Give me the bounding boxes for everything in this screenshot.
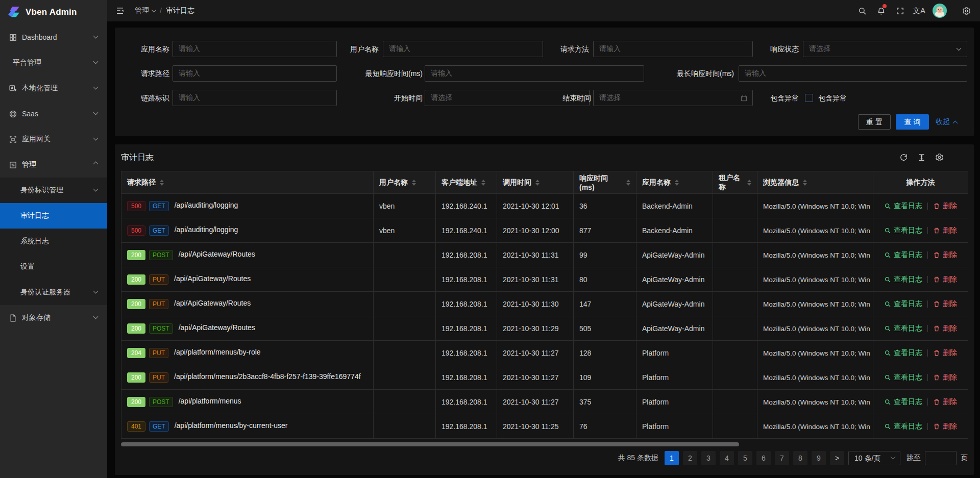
page-button-3[interactable]: 3 — [701, 451, 716, 465]
view-log-link[interactable]: 查看日志 — [884, 202, 922, 211]
sort-icon[interactable] — [535, 180, 540, 186]
column-header[interactable]: 租户名称 — [713, 171, 757, 194]
breadcrumb-section[interactable]: 管理 — [135, 6, 156, 15]
request-path-input[interactable]: 请输入 — [173, 65, 337, 82]
min-response-time-input[interactable]: 请输入 — [425, 65, 644, 82]
sidebar-item-saas[interactable]: Saas — [0, 101, 107, 127]
http-status-select[interactable]: 请选择 — [803, 41, 967, 57]
search-icon[interactable] — [853, 0, 872, 21]
notification-bell-icon[interactable] — [872, 0, 891, 21]
column-header[interactable]: 响应时间(ms) — [574, 171, 636, 194]
fullscreen-icon[interactable] — [891, 0, 910, 21]
delete-link[interactable]: 删除 — [933, 202, 957, 211]
sort-icon[interactable] — [626, 180, 630, 186]
chevron-down-icon — [93, 110, 99, 115]
sort-icon[interactable] — [160, 180, 164, 186]
sort-icon[interactable] — [412, 180, 416, 186]
delete-link[interactable]: 删除 — [933, 324, 957, 333]
table-header-row: 请求路径用户名称客户端地址调用时间响应时间(ms)应用名称租户名称浏览器信息操作… — [121, 171, 968, 194]
page-button-6[interactable]: 6 — [756, 451, 771, 465]
view-log-link[interactable]: 查看日志 — [884, 373, 922, 382]
view-log-link[interactable]: 查看日志 — [884, 324, 922, 333]
delete-link[interactable]: 删除 — [933, 348, 957, 358]
query-button[interactable]: 查 询 — [896, 114, 929, 130]
method-badge: POST — [149, 250, 173, 260]
view-log-link[interactable]: 查看日志 — [884, 422, 922, 431]
delete-link[interactable]: 删除 — [933, 226, 957, 235]
jump-to-page-input[interactable] — [925, 451, 957, 465]
sidebar-item-settings[interactable]: 设置 — [0, 254, 107, 280]
column-header[interactable]: 调用时间 — [497, 171, 574, 194]
view-log-link[interactable]: 查看日志 — [884, 299, 922, 309]
column-header[interactable]: 请求路径 — [121, 171, 374, 194]
has-exception-checkbox[interactable] — [805, 94, 813, 102]
column-header[interactable]: 应用名称 — [636, 171, 713, 194]
horizontal-scrollbar[interactable] — [121, 442, 739, 446]
sidebar-item-management[interactable]: 管理 — [0, 152, 107, 178]
view-log-link[interactable]: 查看日志 — [884, 348, 922, 358]
settings-gear-icon[interactable] — [957, 0, 976, 21]
column-settings-gear-icon[interactable] — [935, 153, 944, 162]
sidebar-item-system-log[interactable]: 系统日志 — [0, 229, 107, 254]
page-button-9[interactable]: 9 — [812, 451, 826, 465]
call-time-cell: 2021-10-30 11:25 — [497, 414, 574, 439]
actions-cell: 查看日志删除 — [873, 390, 968, 414]
view-log-link[interactable]: 查看日志 — [884, 275, 922, 284]
delete-link[interactable]: 删除 — [933, 422, 957, 431]
sidebar-item-dashboard[interactable]: Dashboard — [0, 24, 107, 50]
translate-icon[interactable]: 文A — [910, 0, 928, 21]
page-button-5[interactable]: 5 — [738, 451, 752, 465]
column-header[interactable]: 浏览器信息 — [757, 171, 873, 194]
response-time-cell: 128 — [574, 341, 636, 365]
delete-link[interactable]: 删除 — [933, 250, 957, 260]
menu-fold-icon[interactable] — [113, 4, 127, 17]
sidebar-item-gateway[interactable]: 应用网关 — [0, 127, 107, 152]
chevron-down-icon — [152, 7, 157, 12]
app-title: Vben Admin — [26, 7, 77, 17]
sidebar-item-auth-server[interactable]: 身份认证服务器 — [0, 280, 107, 305]
delete-link[interactable]: 删除 — [933, 373, 957, 382]
dashboard-icon — [9, 33, 17, 42]
delete-link[interactable]: 删除 — [933, 275, 957, 284]
max-response-time-input[interactable]: 请输入 — [739, 65, 967, 82]
page-size-select[interactable]: 10 条/页 — [848, 451, 900, 465]
sidebar-item-audit-log[interactable]: 审计日志 — [0, 203, 107, 229]
request-path: /api/auditing/logging — [175, 225, 238, 234]
saas-icon — [9, 110, 17, 118]
next-page-button[interactable]: > — [830, 451, 844, 465]
view-log-link[interactable]: 查看日志 — [884, 250, 922, 260]
browser-cell: Mozilla/5.0 (Windows NT 10.0; Win — [757, 414, 873, 439]
collapse-link[interactable]: 收起 — [936, 114, 957, 130]
sort-icon[interactable] — [675, 180, 679, 186]
page-button-4[interactable]: 4 — [720, 451, 734, 465]
reset-button[interactable]: 重 置 — [858, 114, 891, 130]
sort-icon[interactable] — [747, 180, 751, 186]
refresh-icon[interactable] — [899, 153, 909, 162]
page-button-2[interactable]: 2 — [683, 451, 697, 465]
view-log-link[interactable]: 查看日志 — [884, 226, 922, 235]
start-time-label: 开始时间 — [351, 90, 423, 106]
row-height-icon[interactable] — [917, 153, 926, 162]
user-avatar[interactable] — [928, 0, 951, 21]
request-path: /api/platform/menus — [179, 397, 241, 405]
sidebar-item-localization[interactable]: 本地化管理 — [0, 76, 107, 101]
sidebar-item-identity-management[interactable]: 身份标识管理 — [0, 178, 107, 203]
sidebar-item-object-storage[interactable]: 对象存储 — [0, 305, 107, 331]
page-button-8[interactable]: 8 — [793, 451, 807, 465]
page-button-1[interactable]: 1 — [665, 451, 679, 465]
app-name-cell: ApiGateWay-Admin — [636, 316, 713, 341]
delete-link[interactable]: 删除 — [933, 397, 957, 407]
column-header[interactable]: 用户名称 — [374, 171, 436, 194]
delete-link[interactable]: 删除 — [933, 299, 957, 309]
sort-icon[interactable] — [481, 180, 485, 186]
sort-icon[interactable] — [803, 180, 807, 186]
logo[interactable]: Vben Admin — [0, 0, 107, 24]
column-header[interactable]: 客户端地址 — [436, 171, 497, 194]
page-button-7[interactable]: 7 — [775, 451, 789, 465]
sidebar-item-platform[interactable]: 平台管理 — [0, 50, 107, 76]
view-log-link[interactable]: 查看日志 — [884, 397, 922, 407]
call-time-cell: 2021-10-30 11:27 — [497, 390, 574, 414]
call-time-cell: 2021-10-30 11:27 — [497, 341, 574, 365]
browser-cell: Mozilla/5.0 (Windows NT 10.0; Win — [757, 218, 873, 243]
trace-id-input[interactable]: 请输入 — [173, 90, 337, 106]
